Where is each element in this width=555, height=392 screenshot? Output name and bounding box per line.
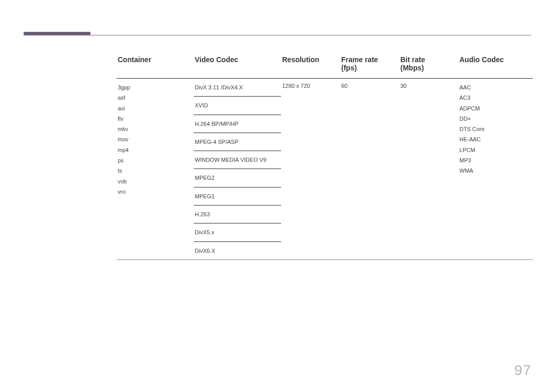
header-bit-rate: Bit rate (Mbps) [399,52,458,79]
audio-codec-item: MP3 [459,155,531,165]
header-bit-rate-l2: (Mbps) [400,64,454,72]
video-codec-cell: DivX5.x [194,223,281,241]
header-bit-rate-l1: Bit rate [400,55,425,64]
container-item: ts [118,165,192,176]
audio-codec-item: DD+ [459,114,531,124]
header-frame-rate: Frame rate (fps) [340,52,399,79]
header-divider [24,35,531,35]
audio-codec-item: WMA [459,165,531,176]
container-item: mkv [118,124,192,134]
audio-codec-item: HE-AAC [459,134,531,144]
codec-table-wrap: Container Video Codec Resolution Frame r… [117,52,533,260]
container-item: mov [118,134,192,144]
audio-codec-cell: AAC AC3 ADPCM DD+ DTS Core HE-AAC LPCM M… [458,79,533,260]
audio-codec-item: DTS Core [459,124,531,134]
video-codec-cell: DivX6.X [194,241,281,259]
container-item: asf [118,92,192,103]
video-codec-cell: MPEG-4 SP/ASP [194,133,281,151]
table-row: 3gpp asf avi flv mkv mov mp4 ps ts vob v… [117,79,533,97]
bit-rate-cell: 30 [399,79,458,260]
page-number: 97 [514,362,531,379]
header-container: Container [117,52,194,79]
frame-rate-cell: 60 [340,79,399,260]
resolution-cell: 1280 x 720 [281,79,340,260]
audio-codec-item: ADPCM [459,103,531,114]
header-video-codec-label: Video Codec [195,55,238,64]
header-video-codec: Video Codec [194,52,281,79]
video-codec-cell: WINDOW MEDIA VIDEO V9 [194,151,281,169]
table-header-row: Container Video Codec Resolution Frame r… [117,52,533,79]
audio-codec-item: AAC [459,82,531,92]
codec-table: Container Video Codec Resolution Frame r… [117,52,533,260]
header-resolution: Resolution [281,52,340,79]
header-frame-rate-l2: (fps) [341,64,395,72]
header-audio-codec-label: Audio Codec [459,55,504,64]
header-audio-codec: Audio Codec [458,52,533,79]
container-cell: 3gpp asf avi flv mkv mov mp4 ps ts vob v… [117,79,194,260]
container-item: 3gpp [118,82,192,92]
video-codec-cell: MPEG1 [194,187,281,205]
audio-codec-item: AC3 [459,92,531,103]
container-item: avi [118,103,192,114]
container-item: flv [118,114,192,124]
video-codec-cell: MPEG2 [194,169,281,187]
audio-codec-item: LPCM [459,145,531,155]
header-resolution-label: Resolution [282,55,319,64]
header-frame-rate-l1: Frame rate [341,55,378,64]
video-codec-cell: DivX 3.11 /DivX4.X [194,79,281,97]
container-item: ps [118,155,192,165]
header-container-label: Container [118,55,151,64]
container-item: vob [118,176,192,186]
video-codec-cell: H.263 [194,206,281,223]
video-codec-cell: H.264 BP/MP/HP [194,115,281,133]
video-codec-cell: XVID [194,97,281,115]
container-item: mp4 [118,145,192,155]
container-item: vro [118,186,192,197]
